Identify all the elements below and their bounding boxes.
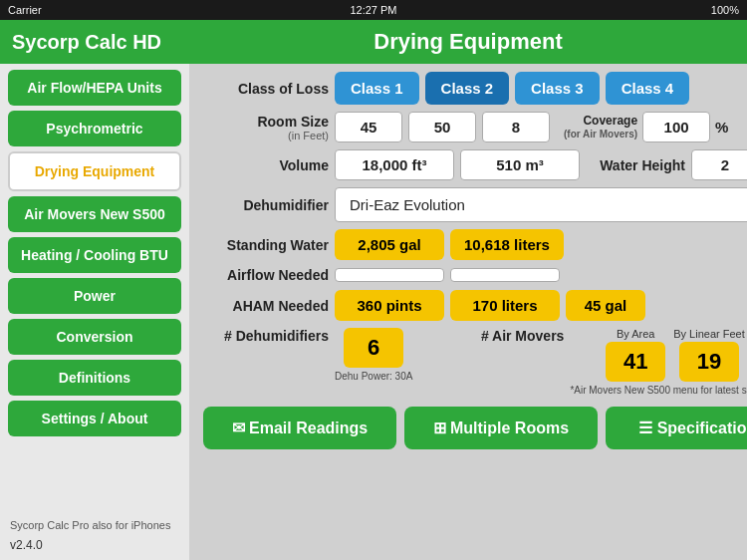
water-height-input[interactable]: [691, 149, 747, 180]
dehumidifier-label: Dehumidifier: [199, 197, 329, 213]
volume-ft3: 18,000 ft³: [335, 149, 454, 180]
airflow-needed-row: Airflow Needed: [199, 267, 747, 283]
sidebar-item-settings[interactable]: Settings / About: [8, 401, 181, 436]
sidebar-version: v2.4.0: [8, 536, 181, 554]
main-layout: Air Flow/HEPA Units Psychrometric Drying…: [0, 64, 747, 560]
class-of-loss-row: Class of Loss Class 1 Class 2 Class 3 Cl…: [199, 72, 747, 105]
airflow-needed-label: Airflow Needed: [199, 267, 329, 283]
volume-row: Volume 18,000 ft³ 510 m³ Water Height in…: [199, 149, 747, 180]
room-size-row: Room Size (in Feet) Coverage (for Air Mo…: [199, 112, 747, 142]
percent-symbol: %: [715, 119, 728, 136]
class1-button[interactable]: Class 1: [335, 72, 419, 105]
aham-needed-label: AHAM Needed: [199, 298, 329, 314]
num-dehumidifiers-label: # Dehumidifiers: [199, 328, 329, 344]
volume-m3: 510 m³: [460, 149, 580, 180]
coverage-label: Coverage (for Air Movers): [564, 114, 637, 140]
air-movers-note: *Air Movers New S500 menu for latest sta…: [570, 385, 747, 396]
aham-needed-row: AHAM Needed 360 pints 170 liters 45 gal: [199, 290, 747, 321]
section-name: Drying Equipment: [201, 29, 735, 55]
room-size-input2[interactable]: [408, 112, 476, 142]
sidebar-footer: Sycorp Calc Pro also for iPhones: [8, 515, 181, 531]
email-readings-button[interactable]: ✉ Email Readings: [203, 407, 396, 449]
num-dehumidifiers-value: 6: [344, 328, 403, 368]
sidebar-item-conversion[interactable]: Conversion: [8, 319, 181, 355]
carrier-text: Carrier: [8, 4, 42, 16]
room-size-input3[interactable]: [482, 112, 550, 142]
content-area: Class of Loss Class 1 Class 2 Class 3 Cl…: [189, 64, 747, 560]
room-size-sublabel: (in Feet): [199, 130, 329, 141]
by-linear-label: By Linear Feet: [673, 328, 745, 340]
standing-water-liters: 10,618 liters: [450, 229, 564, 260]
airflow-val1: [335, 268, 444, 282]
dehumidifier-select[interactable]: Dri-Eaz Evolution Dri-Eaz LGR 7000XLi Dr…: [335, 187, 747, 222]
sidebar-item-drying-equipment[interactable]: Drying Equipment: [8, 151, 181, 191]
app-name: Sycorp Calc HD: [12, 31, 201, 54]
class4-button[interactable]: Class 4: [606, 72, 690, 105]
class2-button[interactable]: Class 2: [425, 72, 510, 105]
air-movers-by-area: 41: [606, 342, 665, 382]
standing-water-label: Standing Water: [199, 237, 329, 253]
coverage-input[interactable]: [642, 112, 710, 142]
sidebar-item-heating-cooling[interactable]: Heating / Cooling BTU: [8, 237, 181, 273]
room-size-input1[interactable]: [335, 112, 402, 142]
air-movers-by-linear: 19: [679, 342, 739, 382]
standing-water-gal: 2,805 gal: [335, 229, 444, 260]
aham-liters: 170 liters: [450, 290, 560, 321]
specifications-button[interactable]: ☰ Specifications: [606, 407, 747, 449]
sidebar-item-power[interactable]: Power: [8, 278, 181, 314]
status-bar: Carrier 12:27 PM 100%: [0, 0, 747, 20]
water-height-label: Water Height: [596, 157, 685, 173]
sidebar-item-psychrometric[interactable]: Psychrometric: [8, 111, 181, 146]
sidebar-item-definitions[interactable]: Definitions: [8, 360, 181, 396]
sidebar: Air Flow/HEPA Units Psychrometric Drying…: [0, 64, 189, 560]
dehu-airmovers-row: # Dehumidifiers 6 Dehu Power: 30A # Air …: [199, 328, 747, 396]
time-text: 12:27 PM: [350, 4, 396, 16]
class-of-loss-label: Class of Loss: [199, 81, 329, 97]
bottom-bar: ✉ Email Readings ⊞ Multiple Rooms ☰ Spec…: [199, 407, 747, 449]
header: Sycorp Calc HD Drying Equipment: [0, 20, 747, 64]
aham-gal: 45 gal: [566, 290, 645, 321]
aham-pints: 360 pints: [335, 290, 444, 321]
dehumidifier-row: Dehumidifier Dri-Eaz Evolution Dri-Eaz L…: [199, 187, 747, 222]
dehu-note: Dehu Power: 30A: [335, 371, 412, 382]
airflow-val2: [450, 268, 560, 282]
num-air-movers-label: # Air Movers: [434, 328, 564, 344]
by-area-label: By Area: [617, 328, 655, 340]
room-size-label: Room Size: [199, 114, 329, 130]
class3-button[interactable]: Class 3: [515, 72, 600, 105]
sidebar-item-air-movers[interactable]: Air Movers New S500: [8, 196, 181, 232]
multiple-rooms-button[interactable]: ⊞ Multiple Rooms: [404, 407, 598, 449]
volume-label: Volume: [199, 157, 329, 173]
battery-text: 100%: [711, 4, 739, 16]
standing-water-row: Standing Water 2,805 gal 10,618 liters: [199, 229, 747, 260]
sidebar-item-air-flow[interactable]: Air Flow/HEPA Units: [8, 70, 181, 106]
